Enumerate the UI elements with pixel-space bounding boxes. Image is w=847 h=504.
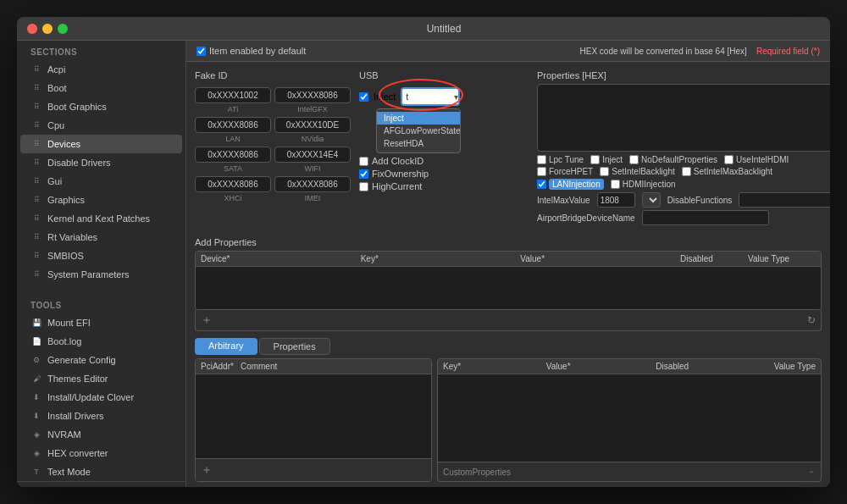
- lpc-tune-cb[interactable]: [537, 155, 546, 164]
- fake-id-wifi-input[interactable]: [274, 147, 351, 163]
- pci-header: PciAddr* Comment: [196, 359, 431, 374]
- refresh-button[interactable]: ↻: [807, 314, 816, 326]
- use-intel-hdmi-cb[interactable]: [724, 155, 734, 164]
- sidebar-item-kernel[interactable]: ⠿ Kernel and Kext Patches: [20, 209, 182, 228]
- sidebar-item-themes-editor[interactable]: 🖌 Themes Editor: [20, 369, 182, 388]
- fake-id-wifi-label: WIFI: [305, 164, 321, 173]
- item-enabled-checkbox[interactable]: [197, 47, 206, 56]
- afg-option[interactable]: AFGLowPowerState: [377, 125, 460, 137]
- sidebar-item-text-mode[interactable]: T Text Mode: [20, 462, 182, 481]
- properties-hex-textarea[interactable]: [537, 84, 830, 152]
- force-hpet-cb[interactable]: [537, 167, 546, 176]
- sidebar-item-nvram[interactable]: ◈ NVRAM: [20, 425, 182, 444]
- dropdown-arrow[interactable]: ▾: [454, 92, 458, 102]
- sidebar-item-label: Text Mode: [47, 467, 91, 477]
- upper-section: Fake ID ATi IntelGFX: [186, 62, 830, 234]
- minimize-button[interactable]: [42, 24, 53, 34]
- sidebar-item-label: Themes Editor: [47, 374, 108, 384]
- add-clockid-checkbox[interactable]: [359, 157, 368, 166]
- hdmi-injection-label[interactable]: HDMIInjection: [611, 180, 676, 189]
- fake-id-ati-input[interactable]: [195, 87, 271, 103]
- force-hpet-label[interactable]: ForceHPET: [537, 167, 593, 176]
- sidebar-item-disable-drivers[interactable]: ⠿ Disable Drivers: [20, 153, 182, 172]
- sidebar-item-boot-graphics[interactable]: ⠿ Boot Graphics: [20, 97, 182, 116]
- intel-max-input[interactable]: [597, 192, 635, 208]
- checkboxes-row1: Lpc Tune Inject NoDefaultProperties UseI…: [537, 155, 830, 164]
- lan-injection-label[interactable]: LANInjection: [537, 179, 604, 190]
- fake-id-xhci-label: XHCi: [224, 194, 241, 202]
- add-properties-title: Add Properties: [195, 237, 822, 247]
- fake-id-lan-input[interactable]: [195, 117, 271, 133]
- sidebar-item-graphics[interactable]: ⠿ Graphics: [20, 191, 182, 209]
- sidebar-item-devices[interactable]: ⠿ Devices: [20, 135, 182, 153]
- inject-dropdown-popup: Inject AFGLowPowerState ResetHDA: [376, 108, 461, 153]
- maximize-button[interactable]: [58, 24, 68, 34]
- pci-footer: ＋: [196, 458, 431, 481]
- sidebar-item-label: Mount EFI: [47, 318, 91, 328]
- set-intel-max-backlight-label[interactable]: SetIntelMaxBacklight: [682, 167, 772, 176]
- sidebar-item-mount-efi[interactable]: 💾 Mount EFI: [20, 313, 182, 332]
- content-area: Fake ID ATi IntelGFX: [186, 62, 830, 487]
- fixownership-label[interactable]: FixOwnership: [359, 169, 529, 179]
- resethda-option[interactable]: ResetHDA: [377, 137, 460, 150]
- add-properties-section: Add Properties Device* Key* Value* Disab…: [186, 234, 830, 335]
- fake-id-xhci-input[interactable]: [195, 176, 271, 192]
- no-default-cb[interactable]: [629, 155, 639, 164]
- inject-input[interactable]: [401, 87, 460, 106]
- main-window: Untitled SECTIONS ⠿ Acpi ⠿ Boot ⠿ Boot G…: [17, 17, 830, 487]
- fake-id-nvidia-input[interactable]: [274, 117, 351, 133]
- lpc-tune-label[interactable]: Lpc Tune: [537, 155, 584, 164]
- fixownership-checkbox[interactable]: [359, 169, 368, 179]
- sidebar-item-hex-converter[interactable]: ◈ HEX converter: [20, 444, 182, 462]
- use-intel-hdmi-label[interactable]: UseIntelHDMI: [724, 155, 789, 164]
- set-intel-backlight-cb[interactable]: [600, 167, 609, 176]
- sidebar-item-install-update-clover[interactable]: ⬇ Install/Update Clover: [20, 388, 182, 407]
- fake-id-intelgfx-input[interactable]: [274, 87, 351, 103]
- grid-icon: ⠿: [30, 119, 42, 131]
- tab-arbitrary[interactable]: Arbitrary: [195, 338, 257, 355]
- fake-id-grid: ATi IntelGFX LAN: [195, 87, 351, 202]
- lan-injection-cb[interactable]: [537, 180, 546, 189]
- sidebar-item-smbios[interactable]: ⠿ SMBIOS: [20, 246, 182, 265]
- sidebar-item-boot-log[interactable]: 📄 Boot.log: [20, 332, 182, 351]
- hdmi-injection-cb[interactable]: [611, 180, 620, 189]
- download-icon: ⬇: [30, 391, 42, 403]
- inject-props-cb[interactable]: [590, 155, 600, 164]
- inject-checkbox[interactable]: [359, 92, 368, 102]
- minus-button[interactable]: －: [807, 466, 816, 478]
- sidebar-item-generate-config[interactable]: ⚙ Generate Config: [20, 351, 182, 369]
- set-intel-backlight-label[interactable]: SetIntelBacklight: [600, 167, 675, 176]
- sidebar-item-rt-variables[interactable]: ⠿ Rt Variables: [20, 228, 182, 246]
- fake-id-sata-input[interactable]: [195, 147, 271, 163]
- intel-max-select[interactable]: [642, 192, 661, 208]
- properties-hex-panel: Properties [HEX] Lpc Tune Inject NoDefau…: [537, 70, 830, 225]
- inject-dropdown-option[interactable]: Inject: [377, 112, 460, 125]
- no-default-label[interactable]: NoDefaultProperties: [629, 155, 717, 164]
- airport-input[interactable]: [642, 210, 769, 225]
- close-button[interactable]: [27, 24, 37, 34]
- sidebar-item-gui[interactable]: ⠿ Gui: [20, 172, 182, 191]
- add-property-button[interactable]: ＋: [201, 313, 213, 328]
- titlebar: Untitled: [17, 17, 830, 41]
- window-body: SECTIONS ⠿ Acpi ⠿ Boot ⠿ Boot Graphics ⠿…: [17, 41, 830, 487]
- set-intel-max-backlight-cb[interactable]: [682, 167, 691, 176]
- fake-id-title: Fake ID: [195, 70, 351, 80]
- sidebar-item-acpi[interactable]: ⠿ Acpi: [20, 60, 182, 79]
- fake-id-imei-input[interactable]: [274, 176, 351, 192]
- inject-row: Inject ▾: [359, 87, 529, 106]
- disable-functions-input[interactable]: [739, 192, 830, 208]
- add-pci-button[interactable]: ＋: [201, 462, 213, 478]
- sidebar-item-install-drivers[interactable]: ⬇ Install Drivers: [20, 407, 182, 425]
- add-properties-table: Device* Key* Value* Disabled Value Type: [195, 251, 822, 310]
- highcurrent-label[interactable]: HighCurrent: [359, 181, 529, 191]
- tab-properties[interactable]: Properties: [259, 338, 330, 355]
- sidebar-item-cpu[interactable]: ⠿ Cpu: [20, 116, 182, 135]
- highcurrent-checkbox[interactable]: [359, 182, 368, 191]
- sidebar-item-boot[interactable]: ⠿ Boot: [20, 79, 182, 97]
- add-clockid-label[interactable]: Add ClockID: [359, 156, 529, 166]
- brush-icon: 🖌: [30, 373, 42, 385]
- pci-col-pciaddr: PciAddr*: [201, 362, 234, 371]
- right-panel: Key* Value* Disabled Value Type CustomPr…: [437, 358, 822, 482]
- inject-cb-label[interactable]: Inject: [590, 155, 623, 164]
- sidebar-item-system-parameters[interactable]: ⠿ System Parameters: [20, 265, 182, 284]
